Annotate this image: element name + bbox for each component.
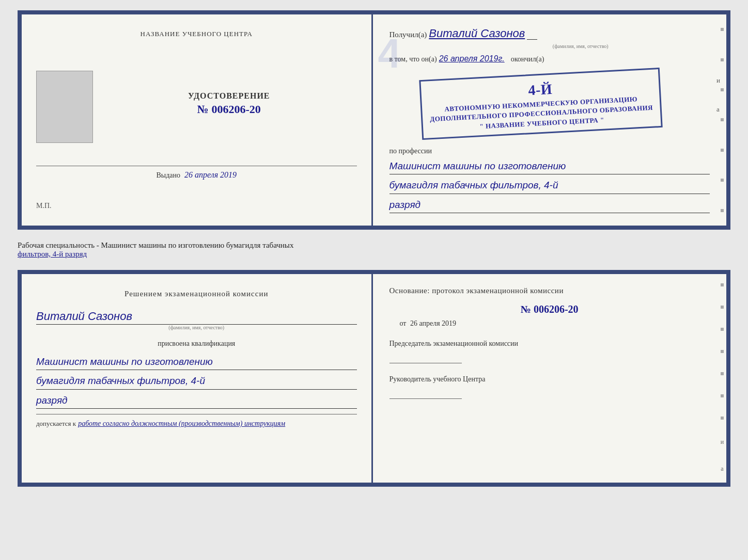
top-right-half: Получил(а) Виталий Сазонов (фамилия, имя… bbox=[373, 14, 727, 226]
stamp-section: 4-й АВТОНОМНУЮ НЕКОММЕРЧЕСКУЮ ОРГАНИЗАЦИ… bbox=[420, 68, 710, 140]
right-bars bbox=[718, 14, 726, 226]
osnov-label: Основание: протокол экзаменационной коми… bbox=[389, 286, 710, 295]
received-line: Получил(а) Виталий Сазонов bbox=[389, 27, 710, 40]
bottom-document: Решением экзаменационной комиссии Витали… bbox=[18, 270, 730, 487]
issued-label: Выдано bbox=[156, 171, 180, 179]
qual-line3: разряд bbox=[36, 393, 357, 409]
ot-label: от bbox=[400, 319, 407, 327]
cert-title-text: УДОСТОВЕРЕНИЕ bbox=[188, 91, 270, 101]
a-label-right: а bbox=[721, 465, 723, 473]
top-document: НАЗВАНИЕ УЧЕБНОГО ЦЕНТРА УДОСТОВЕРЕНИЕ №… bbox=[18, 10, 730, 230]
cert-number: № 006206-20 bbox=[188, 103, 270, 116]
rukov-block: Руководитель учебного Центра bbox=[389, 374, 710, 399]
qualification-section: Машинист машины по изготовлению бумагидл… bbox=[36, 351, 357, 409]
chairman-label: Председатель экзаменационной комиссии bbox=[389, 338, 710, 349]
org-name-header: НАЗВАНИЕ УЧЕБНОГО ЦЕНТРА bbox=[36, 30, 357, 38]
profession-label: по профессии bbox=[389, 147, 710, 155]
profession-line2: бумагидля табачных фильтров, 4-й bbox=[389, 178, 710, 194]
profession-section: по профессии Машинист машины по изготовл… bbox=[389, 147, 710, 213]
qual-line2: бумагидля табачных фильтров, 4-й bbox=[36, 373, 357, 389]
issued-date: 26 апреля 2019 bbox=[184, 170, 237, 179]
photo-placeholder bbox=[36, 71, 93, 143]
spec-description: Рабочая специальность - Машинист машины … bbox=[18, 238, 730, 262]
ot-date-val: 26 апреля 2019 bbox=[410, 319, 456, 327]
vtom-line: в том, что он(а) 26 апреля 2019г. окончи… bbox=[389, 54, 710, 63]
decision-title: Решением экзаменационной комиссии bbox=[124, 290, 268, 298]
chairman-sign-line bbox=[389, 352, 462, 363]
dopusk-label: допускается к bbox=[36, 420, 76, 427]
rukov-label: Руководитель учебного Центра bbox=[389, 374, 710, 385]
bottom-right-half: Основание: протокол экзаменационной коми… bbox=[373, 274, 727, 483]
recipient-name: Виталий Сазонов bbox=[429, 27, 525, 40]
i-label-right: и bbox=[721, 438, 724, 446]
right-bars-bottom: и а bbox=[718, 274, 726, 483]
vtom-date: 26 апреля 2019г. bbox=[439, 54, 505, 63]
stamp-box: 4-й АВТОНОМНУЮ НЕКОММЕРЧЕСКУЮ ОРГАНИЗАЦИ… bbox=[419, 68, 663, 140]
chairman-block: Председатель экзаменационной комиссии bbox=[389, 338, 710, 363]
protocol-number: № 006206-20 bbox=[389, 303, 710, 315]
fio-label-top: (фамилия, имя, отчество) bbox=[451, 43, 710, 49]
bottom-left-half: Решением экзаменационной комиссии Витали… bbox=[22, 274, 373, 483]
ot-date-section: от 26 апреля 2019 bbox=[400, 319, 710, 328]
mp-label: М.П. bbox=[36, 202, 52, 210]
bottom-name: Виталий Сазонов bbox=[36, 310, 357, 325]
profession-line3: разряд bbox=[389, 197, 710, 213]
qual-line1: Машинист машины по изготовлению bbox=[36, 354, 357, 370]
top-left-half: НАЗВАНИЕ УЧЕБНОГО ЦЕНТРА УДОСТОВЕРЕНИЕ №… bbox=[22, 14, 373, 226]
photo-and-cert: УДОСТОВЕРЕНИЕ № 006206-20 bbox=[36, 66, 357, 148]
fio-label-bottom: (фамилия, имя, отчество) bbox=[36, 325, 357, 330]
stamp-four-overlay: 4 bbox=[378, 30, 401, 77]
cert-title: УДОСТОВЕРЕНИЕ № 006206-20 bbox=[188, 91, 270, 116]
spec-text-underline: фильтров, 4-й разряд bbox=[18, 250, 87, 258]
rukov-sign-line bbox=[389, 388, 462, 399]
spec-text: Рабочая специальность - Машинист машины … bbox=[18, 241, 293, 249]
okonchil-label: окончил(а) bbox=[511, 55, 544, 63]
name-block: Виталий Сазонов (фамилия, имя, отчество) bbox=[36, 310, 357, 330]
issued-section: Выдано 26 апреля 2019 bbox=[36, 166, 357, 180]
profession-line1: Машинист машины по изготовлению bbox=[389, 158, 710, 174]
dopusk-section: допускается к работе согласно должностны… bbox=[36, 414, 357, 428]
qual-label: присвоена квалификация bbox=[158, 340, 235, 348]
dopusk-value: работе согласно должностным (производств… bbox=[78, 420, 285, 427]
